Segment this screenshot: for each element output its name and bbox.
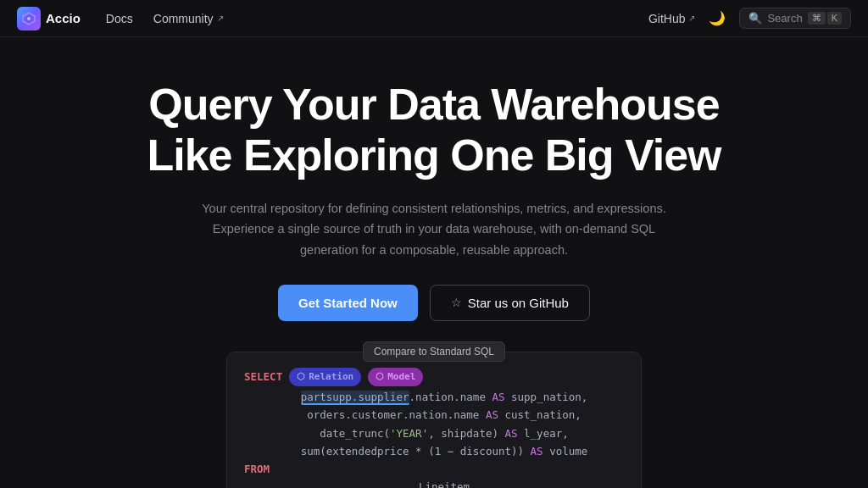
code-from: FROM (244, 460, 624, 478)
logo-text: Accio (46, 11, 81, 25)
external-link-icon: ↗ (688, 14, 695, 23)
code-line-3: date_trunc('YEAR', shipdate) AS l_year, (244, 424, 624, 442)
search-button[interactable]: 🔍 Search ⌘ K (739, 8, 851, 29)
code-panel: SELECT ⬡ Relation ⬡ Model partsupp.suppl… (226, 352, 642, 488)
logo[interactable]: Accio (17, 7, 81, 30)
logo-icon (17, 7, 41, 30)
code-lineitem: Lineitem (244, 478, 624, 488)
hero-section: Query Your Data Warehouse Like Exploring… (0, 37, 868, 488)
highlight-partsupp: partsupp.supplier (301, 391, 409, 405)
code-line-2: orders.customer.nation.name AS cust_nati… (244, 406, 624, 424)
svg-point-2 (27, 17, 31, 20)
code-badges-row: SELECT ⬡ Relation ⬡ Model (244, 368, 624, 387)
hero-title: Query Your Data Warehouse Like Exploring… (17, 80, 851, 181)
model-badge: ⬡ Model (368, 368, 423, 387)
theme-toggle[interactable]: 🌙 (705, 7, 729, 30)
code-panel-wrapper: Compare to Standard SQL SELECT ⬡ Relatio… (17, 352, 851, 488)
navbar: Accio Docs Community ↗ GitHub ↗ 🌙 🔍 Sear… (0, 0, 868, 37)
get-started-button[interactable]: Get Started Now (278, 285, 418, 321)
model-icon: ⬡ (376, 369, 384, 385)
nav-links: Docs Community ↗ (97, 8, 232, 30)
github-link[interactable]: GitHub ↗ (648, 12, 696, 25)
search-icon: 🔍 (748, 12, 762, 25)
code-line-4: sum(extendedprice * (1 − discount)) AS v… (244, 442, 624, 460)
nav-docs[interactable]: Docs (97, 8, 142, 30)
select-keyword: SELECT (244, 368, 282, 385)
hero-subtitle: Your central repository for defining con… (197, 198, 671, 261)
nav-community[interactable]: Community ↗ (145, 8, 232, 30)
github-star-button[interactable]: ☆ Star us on GitHub (430, 285, 590, 321)
nav-right: GitHub ↗ 🌙 🔍 Search ⌘ K (648, 7, 851, 30)
star-icon: ☆ (451, 296, 462, 309)
relation-icon: ⬡ (297, 369, 305, 385)
external-link-icon: ↗ (217, 14, 224, 23)
compare-tooltip: Compare to Standard SQL (363, 341, 505, 362)
code-line-1: partsupp.supplier.nation.name AS supp_na… (244, 388, 624, 406)
search-kbd: ⌘ K (808, 12, 842, 25)
relation-badge: ⬡ Relation (289, 368, 361, 387)
hero-buttons: Get Started Now ☆ Star us on GitHub (17, 285, 851, 321)
